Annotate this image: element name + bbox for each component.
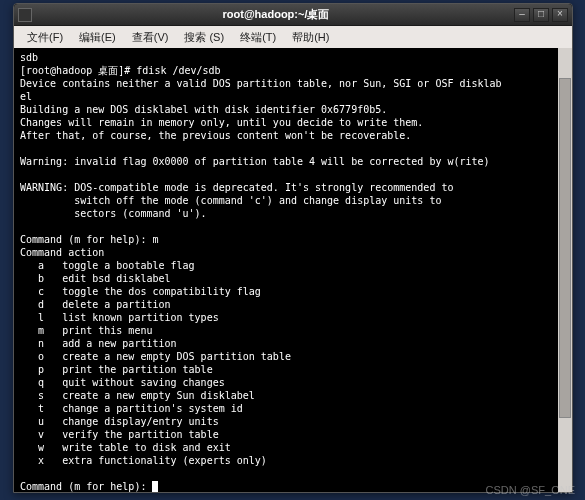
terminal-prompt: Command (m for help): xyxy=(20,481,152,492)
watermark: CSDN @SF_ONE xyxy=(486,484,575,496)
terminal-line: After that, of course, the previous cont… xyxy=(20,130,411,141)
terminal-line: sdb xyxy=(20,52,38,63)
terminal-line: u change display/entry units xyxy=(20,416,219,427)
menu-file[interactable]: 文件(F) xyxy=(20,28,70,47)
terminal-line: [root@hadoop 桌面]# fdisk /dev/sdb xyxy=(20,65,221,76)
terminal-line: c toggle the dos compatibility flag xyxy=(20,286,261,297)
window-buttons: – □ × xyxy=(514,8,568,22)
terminal-line: w write table to disk and exit xyxy=(20,442,231,453)
scrollbar-thumb[interactable] xyxy=(559,78,571,418)
terminal-window: root@hadoop:~/桌面 – □ × 文件(F) 编辑(E) 查看(V)… xyxy=(13,3,573,493)
terminal-line: n add a new partition xyxy=(20,338,177,349)
minimize-button[interactable]: – xyxy=(514,8,530,22)
terminal-line: v verify the partition table xyxy=(20,429,219,440)
terminal-line: s create a new empty Sun disklabel xyxy=(20,390,255,401)
menu-search[interactable]: 搜索 (S) xyxy=(177,28,231,47)
terminal-line: sectors (command 'u'). xyxy=(20,208,207,219)
menubar: 文件(F) 编辑(E) 查看(V) 搜索 (S) 终端(T) 帮助(H) xyxy=(14,26,572,48)
window-title: root@hadoop:~/桌面 xyxy=(38,7,514,22)
menu-help[interactable]: 帮助(H) xyxy=(285,28,336,47)
terminal-line: b edit bsd disklabel xyxy=(20,273,171,284)
terminal-line: Device contains neither a valid DOS part… xyxy=(20,78,502,89)
menu-terminal[interactable]: 终端(T) xyxy=(233,28,283,47)
terminal-line: el xyxy=(20,91,32,102)
terminal-line: x extra functionality (experts only) xyxy=(20,455,267,466)
terminal-line: p print the partition table xyxy=(20,364,213,375)
titlebar[interactable]: root@hadoop:~/桌面 – □ × xyxy=(14,4,572,26)
terminal-line: o create a new empty DOS partition table xyxy=(20,351,291,362)
menu-edit[interactable]: 编辑(E) xyxy=(72,28,123,47)
cursor-icon xyxy=(152,481,158,492)
maximize-button[interactable]: □ xyxy=(533,8,549,22)
terminal-line: a toggle a bootable flag xyxy=(20,260,195,271)
terminal-line: Building a new DOS disklabel with disk i… xyxy=(20,104,387,115)
terminal-content[interactable]: sdb [root@hadoop 桌面]# fdisk /dev/sdb Dev… xyxy=(14,48,572,492)
terminal-line: Changes will remain in memory only, unti… xyxy=(20,117,423,128)
terminal-line: d delete a partition xyxy=(20,299,171,310)
terminal-line: Warning: invalid flag 0x0000 of partitio… xyxy=(20,156,490,167)
scrollbar[interactable] xyxy=(558,48,572,492)
terminal-line: WARNING: DOS-compatible mode is deprecat… xyxy=(20,182,453,193)
terminal-line: switch off the mode (command 'c') and ch… xyxy=(20,195,441,206)
terminal-line: Command (m for help): m xyxy=(20,234,158,245)
terminal-line: m print this menu xyxy=(20,325,152,336)
app-icon xyxy=(18,8,32,22)
menu-view[interactable]: 查看(V) xyxy=(125,28,176,47)
terminal-line: t change a partition's system id xyxy=(20,403,243,414)
terminal-line: q quit without saving changes xyxy=(20,377,225,388)
terminal-line: l list known partition types xyxy=(20,312,219,323)
terminal-line: Command action xyxy=(20,247,104,258)
close-button[interactable]: × xyxy=(552,8,568,22)
